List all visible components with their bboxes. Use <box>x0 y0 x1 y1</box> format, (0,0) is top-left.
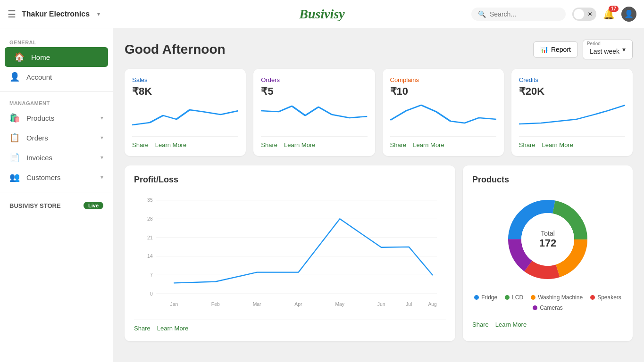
legend-cameras: Cameras <box>533 304 563 311</box>
products-chevron-icon: ▾ <box>100 115 103 121</box>
live-badge: Live <box>84 202 103 209</box>
layout: GENERAL 🏠 Home 👤 Account MANAGAMENT 🛍️ P… <box>0 28 644 362</box>
svg-text:Jul: Jul <box>406 302 412 307</box>
lcd-dot <box>505 295 510 300</box>
toggle-circle <box>574 9 584 19</box>
credits-label: Credits <box>519 76 625 83</box>
search-box[interactable]: 🔍 <box>471 8 566 21</box>
orders-chevron-icon: ▾ <box>100 134 103 141</box>
legend-lcd: LCD <box>505 294 523 301</box>
products-learn-more-btn[interactable]: Learn More <box>495 321 527 328</box>
speakers-dot <box>590 295 595 300</box>
orders-value: ₹5 <box>261 85 367 98</box>
notif-badge: 17 <box>609 6 619 12</box>
sun-icon: ☀ <box>585 10 595 18</box>
customers-label: Customers <box>26 173 94 181</box>
invoices-icon: 📄 <box>9 152 20 163</box>
theme-toggle[interactable]: ☀ <box>572 8 596 21</box>
svg-text:7: 7 <box>150 272 153 278</box>
complains-share-btn[interactable]: Share <box>390 141 407 148</box>
fridge-label: Fridge <box>481 294 497 301</box>
account-label: Account <box>26 73 103 81</box>
donut-chart: Total 172 <box>501 192 595 287</box>
fridge-dot <box>474 295 479 300</box>
donut-center: Total 172 <box>539 230 557 249</box>
svg-text:28: 28 <box>147 216 153 222</box>
profit-learn-more-btn[interactable]: Learn More <box>157 325 188 332</box>
svg-text:Feb: Feb <box>211 302 220 307</box>
sales-share-btn[interactable]: Share <box>132 141 149 148</box>
washing-machine-label: Washing Machine <box>538 294 583 301</box>
cameras-dot <box>533 305 537 310</box>
sidebar-item-products[interactable]: 🛍️ Products ▾ <box>0 108 113 128</box>
user-avatar[interactable]: 👤 <box>621 7 636 22</box>
products-icon: 🛍️ <box>9 113 20 123</box>
profit-card-actions: Share Learn More <box>134 320 446 332</box>
orders-label: Orders <box>26 134 94 142</box>
home-icon: 🏠 <box>14 52 25 62</box>
sidebar-item-invoices[interactable]: 📄 Invoices ▾ <box>0 148 113 167</box>
orders-share-btn[interactable]: Share <box>261 141 277 148</box>
sales-chart <box>132 101 238 132</box>
legend-speakers: Speakers <box>590 294 621 301</box>
profit-share-btn[interactable]: Share <box>134 325 151 332</box>
sales-label: Sales <box>132 76 238 83</box>
sales-actions: Share Learn More <box>132 136 238 148</box>
period-chevron-icon: ▾ <box>622 46 626 53</box>
page-header: Good Afternoon 📊 Report Period Last week… <box>125 40 633 59</box>
header-actions: 📊 Report Period Last week ▾ <box>533 40 633 59</box>
sidebar-divider-1 <box>0 91 113 92</box>
sidebar-item-account[interactable]: 👤 Account <box>0 67 113 87</box>
search-input[interactable] <box>490 10 556 18</box>
svg-text:Jan: Jan <box>170 302 178 307</box>
complains-chart <box>390 101 496 132</box>
main-content: Good Afternoon 📊 Report Period Last week… <box>113 28 644 362</box>
svg-text:0: 0 <box>150 291 153 296</box>
orders-learn-more-btn[interactable]: Learn More <box>284 141 315 148</box>
sales-value: ₹8K <box>132 85 238 98</box>
orders-actions: Share Learn More <box>261 136 367 148</box>
brand-dropdown-icon[interactable]: ▾ <box>97 11 100 17</box>
lcd-label: LCD <box>512 294 523 301</box>
stat-card-sales: Sales ₹8K Share Learn More <box>125 69 246 156</box>
orders-card-label: Orders <box>261 76 367 83</box>
notifications-button[interactable]: 🔔 17 <box>603 8 615 20</box>
total-value: 172 <box>539 237 557 249</box>
hamburger-icon[interactable]: ☰ <box>8 8 16 20</box>
donut-legend: Fridge LCD Washing Machine Speakers <box>472 294 623 311</box>
complains-label: Complains <box>390 76 496 83</box>
svg-text:Apr: Apr <box>294 302 302 307</box>
svg-text:Aug: Aug <box>428 302 437 307</box>
account-icon: 👤 <box>9 72 20 82</box>
products-card-actions: Share Learn More <box>472 316 623 328</box>
products-title: Products <box>472 175 509 185</box>
sidebar-item-orders[interactable]: 📋 Orders ▾ <box>0 128 113 148</box>
credits-learn-more-btn[interactable]: Learn More <box>542 141 573 148</box>
store-row: BUSIVISY STORE Live <box>0 197 113 214</box>
report-button[interactable]: 📊 Report <box>533 41 578 58</box>
period-value: Last week <box>590 48 619 55</box>
stat-card-orders: Orders ₹5 Share Learn More <box>253 69 375 156</box>
complains-value: ₹10 <box>390 85 496 98</box>
complains-learn-more-btn[interactable]: Learn More <box>413 141 444 148</box>
period-small-label: Period <box>587 41 601 46</box>
sidebar-item-home[interactable]: 🏠 Home <box>5 47 108 67</box>
report-label: Report <box>551 46 571 53</box>
topnav-right: 🔍 ☀ 🔔 17 👤 <box>471 7 636 22</box>
profit-title: Profit/Loss <box>134 175 446 185</box>
search-icon: 🔍 <box>478 10 486 18</box>
credits-actions: Share Learn More <box>519 136 625 148</box>
sidebar-item-customers[interactable]: 👥 Customers ▾ <box>0 167 113 187</box>
store-label: BUSIVISY STORE <box>9 202 61 209</box>
stat-cards: Sales ₹8K Share Learn More Orders <box>125 69 633 156</box>
products-share-btn[interactable]: Share <box>472 321 489 328</box>
complains-actions: Share Learn More <box>390 136 496 148</box>
stat-card-complains: Complains ₹10 Share Learn More <box>383 69 504 156</box>
profit-chart-area: 35 28 21 14 7 0 Jan Feb Mar Apr May Jun … <box>134 192 446 315</box>
period-selector[interactable]: Period Last week ▾ <box>583 40 633 59</box>
sales-learn-more-btn[interactable]: Learn More <box>155 141 186 148</box>
topnav: ☰ Thakur Electronics ▾ Busivisy 🔍 ☀ 🔔 17… <box>0 0 644 28</box>
sidebar: GENERAL 🏠 Home 👤 Account MANAGAMENT 🛍️ P… <box>0 28 113 362</box>
svg-text:21: 21 <box>147 235 153 240</box>
credits-share-btn[interactable]: Share <box>519 141 535 148</box>
